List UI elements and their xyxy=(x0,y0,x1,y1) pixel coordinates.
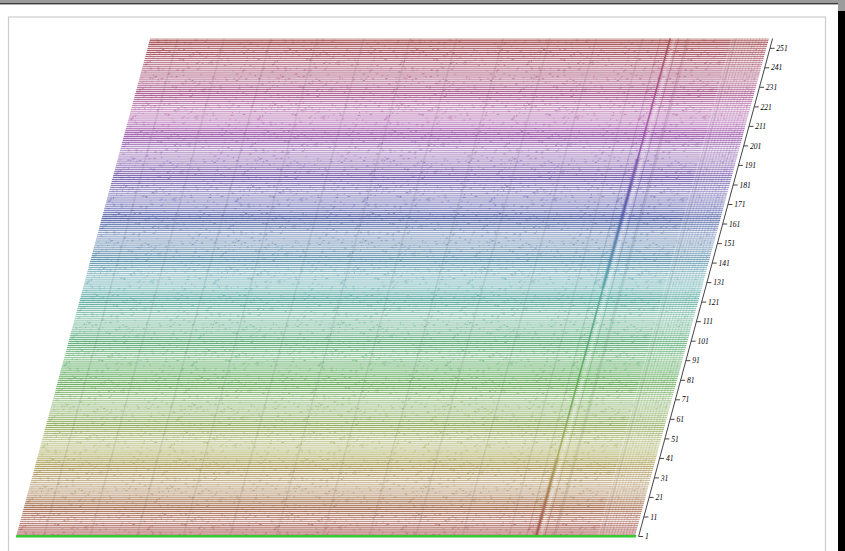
svg-text:31: 31 xyxy=(660,474,669,483)
svg-text:211: 211 xyxy=(755,122,766,131)
svg-text:91: 91 xyxy=(692,356,700,365)
svg-text:201: 201 xyxy=(750,142,761,151)
svg-text:141: 141 xyxy=(719,259,730,268)
svg-text:231: 231 xyxy=(766,83,777,92)
svg-text:221: 221 xyxy=(761,103,772,112)
svg-text:131: 131 xyxy=(713,278,724,287)
svg-text:121: 121 xyxy=(708,298,719,307)
svg-text:171: 171 xyxy=(734,200,745,209)
svg-text:111: 111 xyxy=(703,317,713,326)
svg-text:191: 191 xyxy=(745,161,756,170)
svg-text:241: 241 xyxy=(771,63,782,72)
svg-text:41: 41 xyxy=(666,454,674,463)
svg-text:151: 151 xyxy=(724,239,735,248)
svg-text:81: 81 xyxy=(687,376,695,385)
svg-text:181: 181 xyxy=(740,181,751,190)
svg-text:51: 51 xyxy=(671,435,679,444)
svg-text:61: 61 xyxy=(676,415,684,424)
svg-text:1: 1 xyxy=(645,532,649,541)
svg-text:21: 21 xyxy=(655,493,663,502)
svg-text:11: 11 xyxy=(650,513,657,522)
svg-text:251: 251 xyxy=(776,44,787,53)
svg-text:101: 101 xyxy=(697,337,708,346)
svg-text:161: 161 xyxy=(729,220,740,229)
svg-text:71: 71 xyxy=(682,395,690,404)
